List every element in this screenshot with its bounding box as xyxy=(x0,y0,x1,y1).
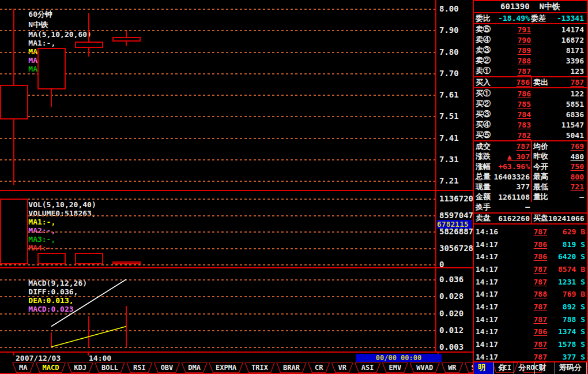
stat-label: 均价 xyxy=(533,141,548,152)
volume-axis-label: 1136720 xyxy=(439,195,472,203)
indicator-tab-cr[interactable]: CR xyxy=(308,362,330,373)
trade-price: 786 xyxy=(503,240,547,249)
price-gridline xyxy=(0,181,435,182)
indicator-tab-dma[interactable]: DMA xyxy=(181,362,208,373)
indicator-tab-label: WR xyxy=(442,363,462,372)
volume-gridline xyxy=(0,215,435,216)
stat-value: +63.96% xyxy=(491,162,531,171)
indicator-tab-brar[interactable]: BRAR xyxy=(276,362,307,373)
volume-bar xyxy=(75,253,103,264)
trade-volume: 1374 S xyxy=(547,327,585,336)
ask-level-price: 790 xyxy=(499,36,531,44)
indicator-tab-kdj[interactable]: KDJ xyxy=(67,362,93,373)
ask-level-label: 卖② xyxy=(476,55,499,66)
bid-level: 买③7846836 xyxy=(474,109,587,119)
trade-price: 787 xyxy=(503,353,547,361)
price-axis-label: 7.31 xyxy=(439,155,472,163)
bid-level-price: 782 xyxy=(499,131,531,140)
indicator-tab-label: MACD xyxy=(36,363,65,372)
ask-level-price: 789 xyxy=(499,46,531,55)
ask-level-label: 卖④ xyxy=(476,35,499,45)
stats-right: 今开750 xyxy=(531,162,585,172)
ask-level-label: 卖⑤ xyxy=(476,24,499,35)
trade-price: 786 xyxy=(503,252,547,261)
stat-label: 现量 xyxy=(476,182,491,192)
stats-left: 现量377 xyxy=(476,182,531,192)
stats-row: 换手— xyxy=(474,202,587,212)
buy-price: 786 xyxy=(491,78,531,87)
indicator-tab-ma[interactable]: MA xyxy=(12,362,34,373)
weibi-value: -18.49% xyxy=(491,14,531,23)
indicator-tab-emv[interactable]: EMV xyxy=(382,362,409,373)
detail-tab-bar: 明细分时分价财务筹码分布 xyxy=(474,361,587,374)
bid-level-volume: 11547 xyxy=(531,121,585,129)
trade-volume: 819 S xyxy=(547,240,585,249)
indicator-tab-wvad[interactable]: WVAD xyxy=(409,362,440,373)
detail-tab-筹码分布[interactable]: 筹码分布 xyxy=(555,362,587,374)
stat-value: — xyxy=(548,193,585,201)
candle-body xyxy=(75,42,103,48)
price-gridline xyxy=(0,30,435,31)
indicator-tab-expma[interactable]: EXPMA xyxy=(209,362,243,373)
indicator-tab-vr[interactable]: VR xyxy=(331,362,353,373)
stats-row: 成交787均价769 xyxy=(474,141,587,152)
stat-value: 1261108 xyxy=(491,193,531,201)
indicator-tab-label: ASI xyxy=(355,363,380,372)
trade-volume: 1231 S xyxy=(547,278,585,286)
indicator-tab-boll[interactable]: BOLL xyxy=(95,362,125,373)
ask-level-price: 787 xyxy=(499,67,531,76)
indicator-tab-obv[interactable]: OBV xyxy=(154,362,180,373)
trade-time: 14:17 xyxy=(476,340,503,349)
bid-level-price: 783 xyxy=(499,121,531,129)
price-gridline xyxy=(0,9,435,10)
indicator-tab-label: WVAD xyxy=(410,363,439,372)
indicator-tab-label: TRIX xyxy=(245,363,274,372)
candle-wick xyxy=(88,13,89,57)
trade-price: 787 xyxy=(503,302,547,311)
price-axis-label: 7.61 xyxy=(439,91,472,99)
price-axis-label: 7.41 xyxy=(439,134,472,142)
stats-right: 量比— xyxy=(531,192,585,202)
indicator-tab-wr[interactable]: WR xyxy=(441,362,463,373)
trade-volume: 377 S xyxy=(547,353,585,361)
indicator-tab-macd[interactable]: MACD xyxy=(35,362,66,373)
stock-name: N中铁 xyxy=(540,2,560,11)
trade-row: 14:177861374 S xyxy=(474,326,587,338)
stats-row: 现量377最低721 xyxy=(474,182,587,192)
indicator-tab-rsi[interactable]: RSI xyxy=(126,362,153,373)
trade-row: 14:17786819 S xyxy=(474,238,587,250)
bid-level-volume: 122 xyxy=(531,89,585,98)
price-gridline xyxy=(0,159,435,160)
trade-volume: 1578 S xyxy=(547,340,585,349)
stats-left: 换手— xyxy=(476,202,531,212)
stats-left: 金额1261108 xyxy=(476,192,531,202)
volume-bar xyxy=(112,261,141,264)
stats-section: 成交787均价769涨跌▲ 307昨收480涨幅+63.96%今开750总量16… xyxy=(474,141,587,214)
vol-ma2-value: MA2:-, xyxy=(28,226,55,235)
ask-level-price: 791 xyxy=(499,25,531,34)
stats-left: 涨跌▲ 307 xyxy=(476,151,531,162)
trade-time: 14:17 xyxy=(476,265,503,274)
indicator-tab-trix[interactable]: TRIX xyxy=(244,362,275,373)
stat-label: 今开 xyxy=(533,162,548,172)
volume-axis-label: 8597047 xyxy=(439,211,472,219)
ask-level: 卖①787123 xyxy=(474,66,587,76)
indicator-tab-label: EMV xyxy=(383,363,408,372)
stock-title: 601390 N中铁 xyxy=(474,1,587,13)
price-axis-label: 7.70 xyxy=(439,69,472,77)
detail-tab-分时[interactable]: 分时 xyxy=(494,362,514,374)
ask-level-price: 788 xyxy=(499,57,531,65)
detail-tab-财务[interactable]: 财务 xyxy=(535,362,555,374)
stock-code: 601390 xyxy=(500,2,530,11)
period-label: 60分钟 xyxy=(28,10,52,18)
bid-level: 买①786122 xyxy=(474,88,587,99)
trade-price: 786 xyxy=(503,327,547,336)
detail-tab-明细[interactable]: 明细 xyxy=(474,362,494,374)
bid-level: 买④78311547 xyxy=(474,119,587,130)
price-axis-label: 8.00 xyxy=(439,5,472,13)
detail-tab-分价[interactable]: 分价 xyxy=(514,362,534,374)
trade-list[interactable]: 14:16787629 B14:17786819 S14:177866420 S… xyxy=(474,225,587,362)
ask-level-volume: 123 xyxy=(531,67,585,76)
trade-price: 787 xyxy=(503,340,547,349)
indicator-tab-asi[interactable]: ASI xyxy=(355,362,381,373)
